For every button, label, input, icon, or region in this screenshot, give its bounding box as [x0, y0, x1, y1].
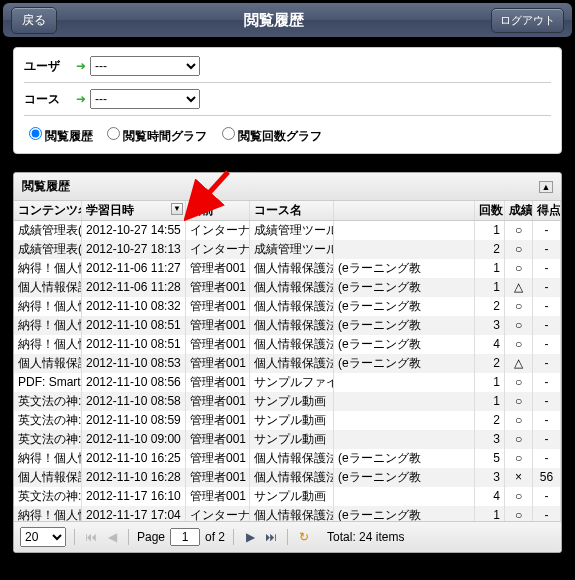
col-date[interactable]: 学習日時▼ — [82, 201, 186, 220]
cell: サンプル動画 — [250, 392, 334, 411]
arrow-right-icon: ➜ — [76, 92, 86, 106]
cell: 1 — [475, 278, 505, 297]
cell: サンプル動画 — [250, 430, 334, 449]
cell — [334, 240, 475, 259]
cell — [334, 221, 475, 240]
col-content[interactable]: コンテンツ名 — [14, 201, 82, 220]
table-row[interactable]: 成績管理表(コ2012-10-27 18:13インターナシ成績管理ツール2○- — [14, 240, 561, 259]
cell: 個人情報保護法講座 — [250, 259, 334, 278]
course-select[interactable]: --- — [90, 89, 200, 109]
table-row[interactable]: 納得！個人情2012-11-10 08:51管理者001個人情報保護法講座(eラ… — [14, 316, 561, 335]
cell: - — [533, 487, 561, 506]
cell: 英文法の神: 入 — [14, 487, 82, 506]
cell: ○ — [505, 411, 533, 430]
cell: 2012-11-06 11:27 — [82, 259, 186, 278]
first-page-button[interactable]: ⏮ — [83, 529, 99, 545]
cell: インターナシ — [186, 221, 250, 240]
cell: 個人情報保護法講座 — [250, 449, 334, 468]
cell: 2 — [475, 240, 505, 259]
cell: 管理者001 — [186, 449, 250, 468]
cell: インターナシ — [186, 240, 250, 259]
cell: ○ — [505, 316, 533, 335]
cell: PDF: SmartBr — [14, 373, 82, 392]
cell: 2012-11-17 16:10 — [82, 487, 186, 506]
page-size-select[interactable]: 20 — [20, 527, 66, 547]
cell: (eラーニング教 — [334, 297, 475, 316]
table-row[interactable]: PDF: SmartBr2012-11-10 08:56管理者001サンプルファ… — [14, 373, 561, 392]
user-select[interactable]: --- — [90, 56, 200, 76]
cell: - — [533, 335, 561, 354]
cell: 4 — [475, 335, 505, 354]
cell: 5 — [475, 449, 505, 468]
col-username[interactable]: 名前 — [186, 201, 250, 220]
cell: (eラーニング教 — [334, 468, 475, 487]
table-row[interactable]: 納得！個人情2012-11-17 17:04インターナシ個人情報保護法講座(eラ… — [14, 506, 561, 521]
cell: ○ — [505, 221, 533, 240]
col-course[interactable]: コース名 — [250, 201, 334, 220]
col-count[interactable]: 回数 — [475, 201, 505, 220]
table-row[interactable]: 英文法の神: 入2012-11-10 08:58管理者001サンプル動画1○- — [14, 392, 561, 411]
table-row[interactable]: 個人情報保護2012-11-10 16:28管理者001個人情報保護法講座(eラ… — [14, 468, 561, 487]
cell: - — [533, 259, 561, 278]
prev-page-button[interactable]: ◀ — [104, 529, 120, 545]
table-row[interactable]: 成績管理表(コ2012-10-27 14:55インターナシ成績管理ツール1○- — [14, 221, 561, 240]
collapse-icon[interactable]: ▲ — [539, 181, 553, 193]
cell: △ — [505, 278, 533, 297]
cell: 2012-11-10 08:32 — [82, 297, 186, 316]
table-row[interactable]: 納得！個人情2012-11-06 11:27管理者001個人情報保護法講座(eラ… — [14, 259, 561, 278]
cell: ○ — [505, 430, 533, 449]
cell: 2012-11-10 08:51 — [82, 335, 186, 354]
cell: - — [533, 297, 561, 316]
cell: 1 — [475, 221, 505, 240]
last-page-button[interactable]: ⏭ — [263, 529, 279, 545]
table-row[interactable]: 英文法の神: 入2012-11-10 08:59管理者001サンプル動画2○- — [14, 411, 561, 430]
table-row[interactable]: 英文法の神: 入2012-11-17 16:10管理者001サンプル動画4○- — [14, 487, 561, 506]
radio-time-graph[interactable]: 閲覧時間グラフ — [102, 129, 207, 143]
cell: 2012-11-10 08:56 — [82, 373, 186, 392]
next-page-button[interactable]: ▶ — [242, 529, 258, 545]
cell: サンプル動画 — [250, 487, 334, 506]
cell: 3 — [475, 468, 505, 487]
cell: 1 — [475, 392, 505, 411]
table-row[interactable]: 納得！個人情2012-11-10 08:51管理者001個人情報保護法講座(eラ… — [14, 335, 561, 354]
cell: (eラーニング教 — [334, 449, 475, 468]
cell: 英文法の神: 入 — [14, 430, 82, 449]
cell: - — [533, 316, 561, 335]
cell: 個人情報保護 — [14, 354, 82, 373]
cell: 1 — [475, 373, 505, 392]
radio-count-graph[interactable]: 閲覧回数グラフ — [217, 129, 322, 143]
cell: 管理者001 — [186, 297, 250, 316]
course-label: コース — [24, 91, 72, 108]
table-row[interactable]: 納得！個人情2012-11-10 08:32管理者001個人情報保護法講座(eラ… — [14, 297, 561, 316]
cell: (eラーニング教 — [334, 278, 475, 297]
cell: 2012-10-27 18:13 — [82, 240, 186, 259]
sort-dropdown-icon[interactable]: ▼ — [171, 203, 183, 215]
cell: 個人情報保護法講座 — [250, 335, 334, 354]
cell: 2012-11-10 09:00 — [82, 430, 186, 449]
cell: サンプル動画 — [250, 411, 334, 430]
cell: - — [533, 411, 561, 430]
logout-button[interactable]: ログアウト — [491, 8, 564, 33]
cell: 管理者001 — [186, 335, 250, 354]
table-row[interactable]: 個人情報保護2012-11-10 08:53管理者001個人情報保護法講座(eラ… — [14, 354, 561, 373]
table-row[interactable]: 個人情報保護2012-11-06 11:28管理者001個人情報保護法講座(eラ… — [14, 278, 561, 297]
cell: △ — [505, 354, 533, 373]
col-subtitle[interactable] — [334, 201, 475, 220]
cell: 管理者001 — [186, 487, 250, 506]
header-bar: 戻る 閲覧履歴 ログアウト — [3, 3, 572, 37]
back-button[interactable]: 戻る — [11, 7, 57, 34]
refresh-icon[interactable]: ↻ — [296, 529, 312, 545]
cell: - — [533, 449, 561, 468]
col-score[interactable]: 得点 — [533, 201, 561, 220]
cell: 2012-11-10 08:53 — [82, 354, 186, 373]
cell: 4 — [475, 487, 505, 506]
table-row[interactable]: 英文法の神: 入2012-11-10 09:00管理者001サンプル動画3○- — [14, 430, 561, 449]
table-row[interactable]: 納得！個人情2012-11-10 16:25管理者001個人情報保護法講座(eラ… — [14, 449, 561, 468]
cell: - — [533, 506, 561, 521]
page-input[interactable] — [170, 528, 200, 546]
col-result[interactable]: 成績 — [505, 201, 533, 220]
cell: 個人情報保護法講座 — [250, 506, 334, 521]
radio-history[interactable]: 閲覧履歴 — [24, 129, 93, 143]
cell: 管理者001 — [186, 430, 250, 449]
cell: 56 — [533, 468, 561, 487]
